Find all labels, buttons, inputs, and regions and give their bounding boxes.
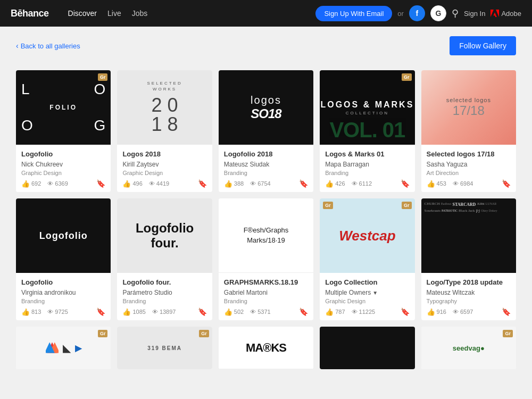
card-category: Branding <box>224 170 308 176</box>
card-title: Logofolio <box>21 278 105 286</box>
card-title: Logo/Type 2018 update <box>427 278 511 286</box>
cards-grid: Gr L O FOLIO O G Logofolio Nick Chukreev… <box>16 70 516 320</box>
bottom-card-seedvag[interactable]: Gr seedvag● <box>421 327 516 369</box>
site-header: Bēhance Discover Live Jobs Sign Up With … <box>0 0 532 27</box>
card-stats: 👍 787 👁 11225 🔖 <box>325 307 409 316</box>
westcap-text: Westcap <box>339 228 395 244</box>
gr-badge: Gr <box>199 330 209 337</box>
bottom-card-colorful[interactable]: Gr ◣ ▶ <box>16 327 111 369</box>
card-stats: 👍 692 👁 6369 🔖 <box>21 179 105 188</box>
facebook-login-button[interactable]: f <box>409 5 425 21</box>
nav-discover[interactable]: Discover <box>68 9 97 18</box>
gallery-grid: Gr L O FOLIO O G Logofolio Nick Chukreev… <box>0 65 532 385</box>
card-graphsmarks[interactable]: F®esh/GraphsMarks/18·19 GRAPHSMARKS.18.1… <box>219 198 313 320</box>
signup-button[interactable]: Sign Up With Email <box>315 6 392 21</box>
gr-badge: Gr <box>402 202 412 209</box>
card-logo-collection[interactable]: Gr Gr Westcap Logo Collection Multiple O… <box>320 198 414 320</box>
card-author: Mateusz Witczak <box>427 289 511 296</box>
card-author: Sasha Yaguza <box>427 161 511 168</box>
gr-badge-left: Gr <box>323 202 333 209</box>
nav-jobs[interactable]: Jobs <box>132 9 148 18</box>
card-logofolio-2018[interactable]: logos SO18 Logofolio 2018 Mateusz Siudak… <box>219 70 313 192</box>
card-logofolio-four[interactable]: Logofoliofour. Logofolio four. Parámetro… <box>117 198 212 320</box>
card-selected-logos[interactable]: selected logos 17/18 Selected logos 17/1… <box>421 70 516 192</box>
card-logo-type-2018[interactable]: CHURCHBadbeatSTARCARD AlibiLUNARSourkrau… <box>421 198 516 320</box>
card-stats: 👍 426 👁 6112 🔖 <box>325 179 409 188</box>
bottom-card-bema[interactable]: Gr 319 BEMA <box>117 327 212 369</box>
card-title: Logofolio four. <box>122 278 206 286</box>
dropdown-arrow-icon: ▼ <box>372 290 378 296</box>
card-category: Art Direction <box>427 170 511 176</box>
card-author: Mateusz Siudak <box>224 161 308 168</box>
adobe-logo: Adobe <box>491 9 521 18</box>
header-actions: Sign Up With Email or f G ⚲ Sign In Adob… <box>315 5 521 21</box>
thumb-text: Logofolio <box>39 230 88 242</box>
signin-link[interactable]: Sign In <box>464 10 485 18</box>
card-author: Virginia andronikou <box>21 289 105 296</box>
card-author: Kirill Zaytsev <box>122 161 206 168</box>
card-stats: 👍 453 👁 6984 🔖 <box>427 179 511 188</box>
card-logofolio-1[interactable]: Gr L O FOLIO O G Logofolio Nick Chukreev… <box>16 70 111 192</box>
card-category: Graphic Design <box>21 170 105 176</box>
card-stats: 👍 502 👁 5371 🔖 <box>224 307 308 316</box>
card-title: Logos & Marks 01 <box>325 150 409 158</box>
card-title: Logofolio 2018 <box>224 150 308 158</box>
card-title: GRAPHSMARKS.18.19 <box>224 278 308 286</box>
card-logos-marks[interactable]: Gr LOGOS & MARKS COLLECTION VOL. 01 Logo… <box>320 70 414 192</box>
gr-badge: Gr <box>98 330 108 337</box>
card-category: Branding <box>122 298 206 304</box>
card-author[interactable]: Multiple Owners ▼ <box>325 289 409 296</box>
card-category: Branding <box>224 298 308 304</box>
card-stats: 👍 496 👁 4419 🔖 <box>122 179 206 188</box>
adobe-label: Adobe <box>501 10 521 18</box>
card-category: Branding <box>325 170 409 176</box>
card-category: Branding <box>21 298 105 304</box>
gr-badge: Gr <box>503 330 513 337</box>
card-logos-2018[interactable]: SELECTED WORKS 2 0 1 8 Logos 2018 Kirill… <box>117 70 212 192</box>
nav-live[interactable]: Live <box>107 9 121 18</box>
gr-badge: Gr <box>402 73 412 81</box>
bottom-cards-grid: Gr ◣ ▶ Gr 319 BEMA MA®KS <box>16 327 516 369</box>
site-logo: Bēhance <box>11 8 49 19</box>
card-title: Logo Collection <box>325 278 409 286</box>
follow-gallery-button[interactable]: Follow Gallery <box>450 36 516 55</box>
card-category: Typography <box>427 298 511 304</box>
bottom-card-dark[interactable] <box>320 327 414 369</box>
card-author: Mapa Barragan <box>325 161 409 168</box>
card-category: Graphic Design <box>122 170 206 176</box>
card-category: Graphic Design <box>325 298 409 304</box>
gr-badge: Gr <box>98 73 108 81</box>
main-nav: Discover Live Jobs <box>68 9 148 18</box>
card-author: Nick Chukreev <box>21 161 105 168</box>
back-arrow-icon: ‹ <box>16 41 19 50</box>
card-title: Logofolio <box>21 150 105 158</box>
bottom-card-marks[interactable]: MA®KS <box>219 327 313 369</box>
card-stats: 👍 813 👁 9725 🔖 <box>21 307 105 316</box>
back-link-label: Back to all galleries <box>21 42 80 50</box>
card-title: Logos 2018 <box>122 150 206 158</box>
card-author: Gabriel Martoni <box>224 289 308 296</box>
sub-header: ‹ Back to all galleries Follow Gallery <box>0 27 532 65</box>
card-stats: 👍 388 👁 6754 🔖 <box>224 179 308 188</box>
back-link[interactable]: ‹ Back to all galleries <box>16 41 80 50</box>
search-button[interactable]: ⚲ <box>452 7 459 19</box>
card-logofolio-dark[interactable]: Logofolio Logofolio Virginia andronikou … <box>16 198 111 320</box>
or-divider: or <box>397 10 404 18</box>
card-title: Selected logos 17/18 <box>427 150 511 158</box>
card-stats: 👍 1085 👁 13897 🔖 <box>122 307 206 316</box>
card-stats: 👍 916 👁 6597 🔖 <box>427 307 511 316</box>
google-login-button[interactable]: G <box>430 5 446 21</box>
card-author: Parámetro Studio <box>122 289 206 296</box>
